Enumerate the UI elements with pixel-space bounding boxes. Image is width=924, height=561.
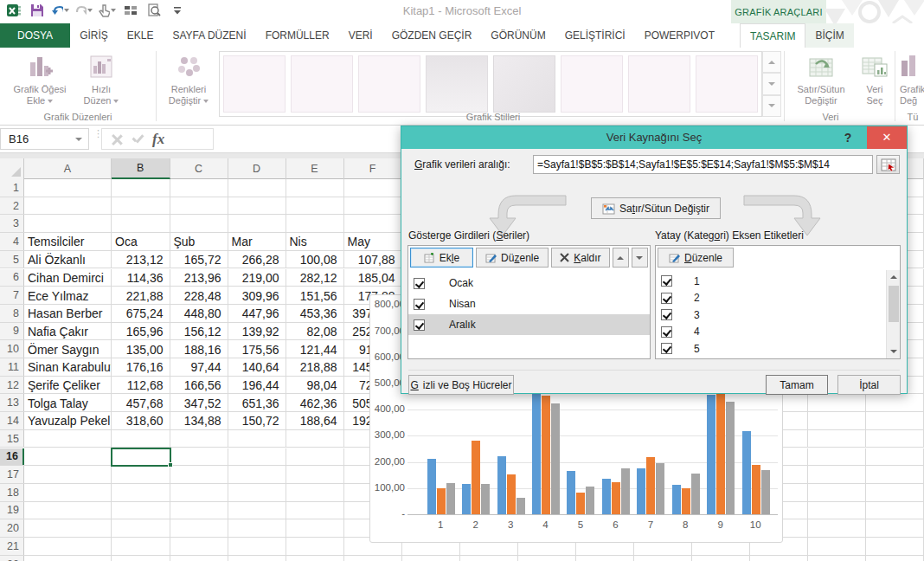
cell[interactable]: 188,16 [170, 340, 228, 358]
cell[interactable]: 150,72 [228, 412, 286, 430]
cell[interactable]: 318,60 [112, 412, 170, 430]
cell[interactable]: 121,44 [286, 340, 344, 358]
cell[interactable] [24, 179, 112, 197]
cell[interactable] [286, 538, 344, 556]
cell[interactable] [866, 556, 924, 561]
cell[interactable] [286, 466, 344, 484]
row-header-13[interactable]: 13 [0, 394, 24, 411]
cell[interactable]: Oca [112, 233, 170, 251]
cell[interactable] [228, 197, 286, 216]
checkbox-checked[interactable] [661, 293, 672, 304]
cell[interactable] [750, 556, 808, 561]
tab-tasarim[interactable]: TASARIM [740, 23, 805, 48]
cell[interactable]: 165,96 [112, 323, 170, 341]
checkbox-checked[interactable] [661, 275, 672, 287]
cell[interactable]: 188,64 [286, 412, 344, 430]
tab-ekle[interactable]: EKLE [118, 23, 164, 48]
cell[interactable] [112, 556, 170, 561]
tab-powerpivot[interactable]: POWERPIVOT [635, 23, 724, 48]
cell[interactable] [228, 538, 286, 556]
tab-görünüm[interactable]: GÖRÜNÜM [481, 23, 555, 48]
column-header-c[interactable]: C [170, 158, 228, 179]
customize-qat-button[interactable] [169, 2, 186, 19]
cell[interactable] [692, 556, 750, 561]
change-colors-button[interactable]: Renkleri Değiştir [161, 51, 216, 113]
print-preview-button[interactable] [145, 2, 163, 19]
row-header-11[interactable]: 11 [0, 358, 24, 376]
cell[interactable]: 114,36 [112, 269, 170, 287]
cell[interactable]: 135,00 [112, 340, 170, 358]
tab-veri̇[interactable]: VERİ [339, 23, 382, 48]
column-header-b[interactable]: B [112, 158, 170, 179]
gallery-more-button[interactable] [762, 95, 781, 117]
cell[interactable]: Nafia Çakır [24, 323, 112, 341]
category-item-4[interactable]: 4 [656, 324, 885, 340]
row-header-12[interactable]: 12 [0, 377, 24, 394]
cell[interactable] [112, 215, 170, 233]
touch-mode-button[interactable] [99, 2, 116, 19]
cell[interactable] [170, 502, 228, 520]
cell[interactable]: 175,56 [228, 340, 286, 358]
cell[interactable] [24, 484, 112, 502]
cell[interactable] [286, 448, 344, 467]
cell[interactable] [170, 556, 228, 561]
cell[interactable] [808, 466, 866, 484]
tab-bi̇çi̇m[interactable]: BİÇİM [805, 23, 853, 48]
row-header-8[interactable]: 8 [0, 305, 24, 322]
checkbox-checked[interactable] [414, 319, 425, 331]
chart-style-thumbnail[interactable] [628, 55, 690, 113]
cell[interactable] [866, 394, 924, 412]
cell[interactable]: 151,56 [286, 287, 344, 305]
categories-scrollbar[interactable] [886, 270, 900, 358]
row-header-18[interactable]: 18 [0, 484, 24, 501]
cell[interactable]: Yavuzalp Pekel [24, 412, 112, 430]
chart-style-thumbnail[interactable] [291, 55, 353, 113]
column-header-a[interactable]: A [24, 158, 112, 179]
row-header-4[interactable]: 4 [0, 233, 24, 250]
cell[interactable] [24, 466, 112, 484]
cell[interactable] [866, 430, 924, 448]
cell[interactable]: 165,72 [170, 251, 228, 269]
cell[interactable] [228, 179, 286, 197]
cell[interactable]: 100,08 [286, 251, 344, 269]
row-header-6[interactable]: 6 [0, 269, 24, 287]
tab-sayfa düzeni̇[interactable]: SAYFA DÜZENİ [163, 23, 255, 48]
change-chart-type-button[interactable]: Grafik T Değ [900, 51, 924, 113]
cell[interactable]: 347,52 [170, 394, 228, 412]
cell[interactable] [170, 448, 228, 467]
cell[interactable]: 176,16 [112, 358, 170, 377]
cell[interactable] [112, 466, 170, 484]
cell[interactable] [344, 197, 402, 216]
cell[interactable] [24, 502, 112, 520]
enter-icon[interactable] [132, 133, 144, 145]
cell[interactable] [170, 197, 228, 216]
cell[interactable] [808, 394, 866, 412]
quick-layout-button[interactable]: Hızlı Düzen [74, 51, 128, 113]
cell[interactable] [112, 430, 170, 448]
cell[interactable]: 651,36 [228, 394, 286, 412]
scroll-thumb[interactable] [889, 286, 899, 322]
cell[interactable]: 166,56 [170, 377, 228, 395]
add-chart-element-button[interactable]: Grafik Öğesi Ekle [9, 51, 71, 113]
row-header-20[interactable]: 20 [0, 519, 24, 537]
fill-handle[interactable] [168, 462, 173, 468]
cell[interactable]: 213,12 [112, 251, 170, 269]
cell[interactable]: Ali Özkanlı [24, 251, 112, 269]
cell[interactable]: 156,12 [170, 323, 228, 341]
row-header-7[interactable]: 7 [0, 287, 24, 304]
cell[interactable] [518, 556, 576, 561]
cell[interactable]: 82,08 [286, 323, 344, 341]
cell[interactable] [228, 484, 286, 502]
cell[interactable]: 221,88 [112, 287, 170, 305]
cell[interactable] [808, 448, 866, 467]
cell[interactable]: 107,88 [344, 251, 402, 269]
cell[interactable] [228, 215, 286, 233]
checkbox-checked[interactable] [414, 299, 425, 310]
cell[interactable] [634, 556, 692, 561]
cell[interactable] [808, 538, 866, 556]
cell[interactable]: 112,68 [112, 377, 170, 395]
cell[interactable]: 213,96 [170, 269, 228, 287]
switch-row-column-button[interactable]: Satır/Sütun Değiştir [789, 51, 853, 113]
cell[interactable]: 228,48 [170, 287, 228, 305]
cell[interactable] [24, 538, 112, 556]
